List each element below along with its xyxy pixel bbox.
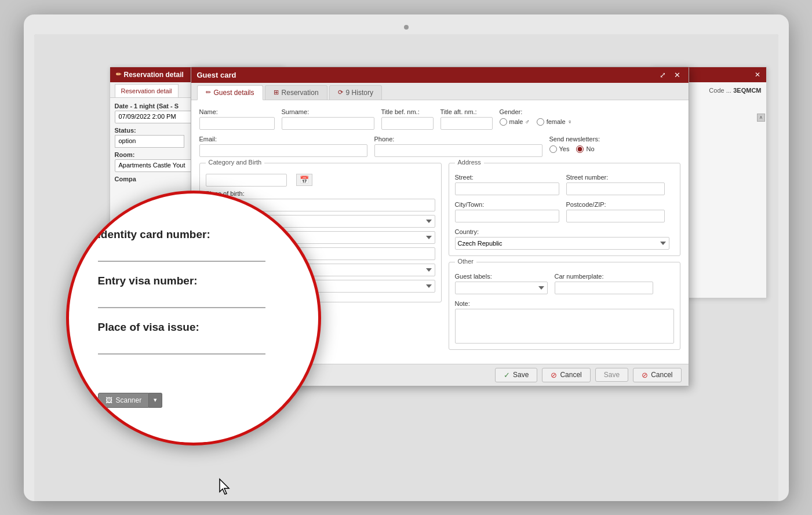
postcode-input[interactable]: [566, 210, 665, 222]
city-input[interactable]: [455, 210, 559, 222]
email-row: Email: Phone: Send newsletters:: [199, 136, 680, 157]
pencil-icon: ✏: [116, 71, 121, 78]
postcode-field: Postcode/ZIP:: [566, 201, 665, 222]
identity-card-zoom-input[interactable]: [98, 244, 265, 262]
scanner-chevron-icon: ▾: [154, 396, 157, 403]
dob-input[interactable]: [206, 174, 287, 187]
guest-labels-label: Guest labels:: [455, 273, 548, 280]
city-field: City/Town:: [455, 201, 559, 222]
car-numberplate-input[interactable]: [555, 282, 653, 294]
code-label: Code ...: [709, 87, 731, 95]
surname-input[interactable]: [282, 117, 374, 130]
email-field: Email:: [199, 136, 367, 157]
save-plain-button[interactable]: Save: [595, 368, 628, 382]
newsletter-yes-label[interactable]: Yes: [549, 145, 570, 153]
newsletter-no-label[interactable]: No: [576, 145, 594, 153]
visa-place-zoom-label: Place of visa issue:: [98, 321, 295, 334]
visa-number-zoom-group: Entry visa number:: [98, 275, 295, 308]
gender-female-radio[interactable]: [537, 118, 544, 126]
cancel-plain-label: Cancel: [651, 371, 672, 379]
title-bef-field: Title bef. nm.:: [381, 108, 434, 130]
reservation-detail-tab[interactable]: Reservation detail: [115, 84, 179, 97]
guest-labels-field: Guest labels:: [455, 273, 548, 294]
guest-details-tab-icon: ✏: [206, 89, 211, 96]
visa-number-zoom-input[interactable]: [98, 291, 265, 308]
gender-female-label[interactable]: female ♀: [537, 118, 572, 126]
save-button[interactable]: ✓ Save: [495, 368, 537, 382]
cancel-button[interactable]: ⊘ Cancel: [542, 368, 590, 382]
name-label: Name:: [199, 108, 275, 115]
visa-place-zoom-group: Place of visa issue:: [98, 321, 295, 355]
second-panel-close-icon[interactable]: ✕: [755, 71, 760, 79]
newsletter-no-radio[interactable]: [576, 145, 584, 153]
address-legend: Address: [455, 159, 484, 166]
city-label: City/Town:: [455, 201, 559, 208]
guest-labels-select[interactable]: [455, 282, 548, 294]
scanner-main-button[interactable]: 🖼 Scanner: [98, 393, 150, 408]
phone-field: Phone:: [374, 136, 542, 157]
guest-labels-row: Guest labels: Car numberplate:: [455, 273, 674, 294]
magnify-content: Identity card number: Entry visa number:…: [98, 228, 295, 367]
check-icon: ✓: [504, 371, 510, 379]
history-tab-icon: ⟳: [338, 89, 343, 96]
title-bef-label: Title bef. nm.:: [381, 108, 434, 115]
newsletters-radio-group: Yes No: [549, 145, 600, 153]
reservation-panel-title: Reservation detail: [124, 71, 184, 79]
status-value[interactable]: option: [115, 135, 184, 148]
identity-card-zoom-label: Identity card number:: [98, 228, 295, 241]
category-birth-legend: Category and Birth: [206, 159, 265, 166]
gender-female-text: female ♀: [547, 118, 572, 125]
scanner-image-icon: 🖼: [105, 396, 112, 404]
guest-card-tabs: ✏ Guest details ⊞ Reservation ⟳ 9 Histor…: [191, 83, 689, 100]
gender-male-text: male ♂: [509, 118, 530, 125]
country-label: Country:: [455, 228, 674, 235]
address-box: Address Street: Street number:: [449, 163, 680, 256]
scroll-up-indicator[interactable]: ∧: [757, 114, 765, 122]
tab-guest-details[interactable]: ✏ Guest details: [197, 85, 263, 100]
newsletters-field: Send newsletters: Yes No: [549, 136, 600, 153]
gender-male-label[interactable]: male ♂: [500, 118, 530, 126]
app-background: ✏ Reservation detail Reservation detail …: [34, 34, 778, 501]
title-aft-label: Title aft. nm.:: [440, 108, 493, 115]
note-textarea[interactable]: [455, 309, 674, 344]
cancel-plain-button[interactable]: ⊘ Cancel: [633, 368, 681, 382]
phone-input[interactable]: [374, 144, 542, 157]
dialog-close-button[interactable]: ✕: [672, 71, 683, 79]
country-field: Country: Czech Republic: [455, 228, 674, 250]
guest-card-titlebar: Guest card ⤢ ✕: [191, 67, 689, 83]
other-box: Other Guest labels:: [449, 262, 680, 350]
name-row: Name: Surname: Title bef. nm.: Titl: [199, 108, 680, 130]
street-number-label: Street number:: [566, 174, 665, 181]
newsletter-yes-text: Yes: [559, 145, 570, 152]
gender-male-radio[interactable]: [500, 118, 507, 126]
title-aft-input[interactable]: [440, 117, 493, 130]
scanner-btn-group: 🖼 Scanner ▾: [98, 393, 163, 408]
email-input[interactable]: [199, 144, 367, 157]
street-field: Street:: [455, 174, 559, 195]
calendar-button[interactable]: 📅: [296, 174, 312, 186]
save-label: Save: [513, 371, 529, 379]
tab-reservation[interactable]: ⊞ Reservation: [265, 85, 327, 100]
newsletters-label: Send newsletters:: [549, 136, 600, 143]
ban-plain-icon: ⊘: [642, 371, 648, 379]
country-select[interactable]: Czech Republic: [455, 237, 669, 250]
visa-place-zoom-input[interactable]: [98, 337, 265, 355]
name-input[interactable]: [199, 117, 275, 130]
note-field: Note:: [455, 300, 674, 344]
dialog-expand-button[interactable]: ⤢: [657, 71, 668, 79]
guest-details-tab-label: Guest details: [214, 89, 254, 97]
street-input[interactable]: [455, 182, 559, 195]
street-number-input[interactable]: [566, 182, 665, 195]
save-plain-label: Save: [604, 371, 620, 379]
other-legend: Other: [455, 258, 477, 265]
cursor: [217, 478, 231, 496]
newsletter-yes-radio[interactable]: [549, 145, 557, 153]
laptop-camera: [404, 25, 409, 30]
dob-row: 📅: [206, 174, 435, 187]
scanner-dropdown-button[interactable]: ▾: [149, 393, 162, 408]
tab-history[interactable]: ⟳ 9 History: [329, 85, 382, 100]
dialog-controls: ⤢ ✕: [657, 71, 683, 79]
title-bef-input[interactable]: [381, 117, 434, 130]
history-tab-label: 9 History: [346, 89, 373, 97]
car-numberplate-field: Car numberplate:: [555, 273, 653, 294]
